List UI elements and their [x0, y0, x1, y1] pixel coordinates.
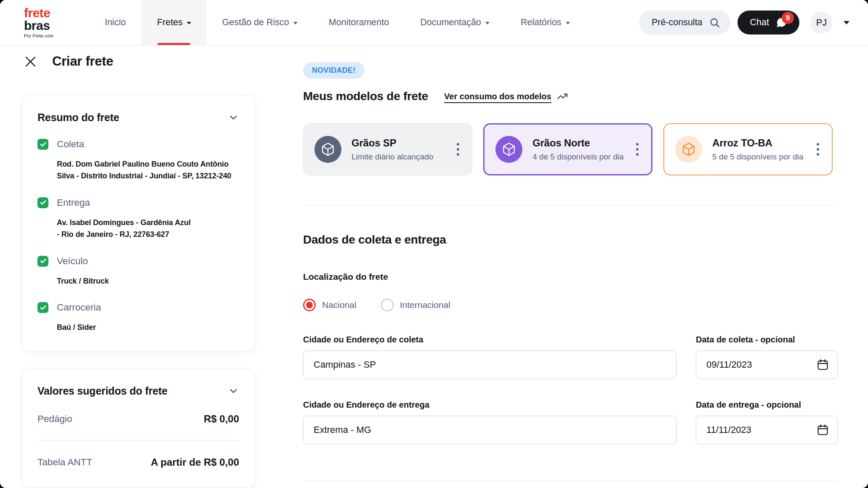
- chevron-down-icon: [293, 22, 298, 24]
- summary-item-veiculo: Veículo Truck / Bitruck: [37, 256, 239, 287]
- model-card-arroz-to-ba[interactable]: Arroz TO-BA 5 de 5 disponíveis por dia: [663, 123, 833, 175]
- calendar-icon[interactable]: [816, 358, 829, 371]
- resumo-do-frete-card: Resumo do frete Coleta Rod. Dom Gabriel …: [22, 95, 256, 352]
- model-card-graos-norte-selected[interactable]: Grãos Norte 4 de 5 disponíveis por dia: [483, 123, 652, 175]
- nav-item-documentacao[interactable]: Documentação: [405, 0, 505, 45]
- package-icon: [495, 136, 522, 163]
- coleta-city-label: Cidade ou Endereço de coleta: [303, 335, 676, 345]
- summary-item-value: Av. Isabel Domingues - Gardênia Azul - R…: [57, 217, 239, 241]
- coleta-date-label: Data de coleta - opcional: [696, 335, 838, 345]
- search-icon: [709, 17, 720, 28]
- checkbox-checked-icon[interactable]: [37, 139, 48, 150]
- app-window: frete bras Por Frete.com Inicio Fretes G…: [0, 0, 868, 488]
- nav-item-relatorios[interactable]: Relatórios: [505, 0, 586, 45]
- nav-item-inicio[interactable]: Inicio: [89, 0, 141, 45]
- checkbox-checked-icon[interactable]: [37, 302, 48, 313]
- kebab-menu-icon[interactable]: [453, 140, 463, 159]
- chevron-down-icon: [228, 112, 239, 123]
- divider: [37, 440, 239, 440]
- dados-section-title: Dados de coleta e entrega: [303, 233, 838, 247]
- user-avatar[interactable]: PJ: [810, 11, 833, 34]
- pedagio-value: R$ 0,00: [204, 413, 239, 425]
- chevron-down-icon: [228, 385, 239, 397]
- package-icon: [675, 136, 702, 163]
- kebab-menu-icon[interactable]: [813, 140, 823, 159]
- nav-item-gestao-de-risco[interactable]: Gestão de Risco: [207, 0, 313, 45]
- nav-item-monitoramento[interactable]: Monitoramento: [313, 0, 405, 45]
- summary-item-value: Truck / Bitruck: [57, 275, 239, 287]
- radio-selected-icon: [303, 299, 316, 311]
- freight-model-cards: Grãos SP Limite diário alcançado Grãos N…: [303, 123, 838, 175]
- entrega-city-label: Cidade ou Endereço de entrega: [303, 400, 676, 410]
- summary-item-label: Coleta: [57, 139, 84, 150]
- pedagio-label: Pedágio: [37, 414, 72, 424]
- model-card-graos-sp[interactable]: Grãos SP Limite diário alcançado: [303, 123, 472, 175]
- main-panel: NOVIDADE! Meus modelos de frete Ver cons…: [303, 50, 838, 488]
- radio-nacional[interactable]: Nacional: [303, 299, 357, 311]
- pre-consulta-button[interactable]: Pré-consulta: [639, 11, 730, 34]
- model-name: Grãos Norte: [533, 137, 624, 149]
- chevron-down-icon: [187, 22, 191, 24]
- localizacao-label: Localização do frete: [303, 272, 838, 282]
- topbar-actions: Pré-consulta Chat 8 PJ: [639, 0, 849, 45]
- ver-consumo-link[interactable]: Ver consumo dos modelos: [444, 91, 568, 102]
- collapse-valores-button[interactable]: [228, 385, 239, 397]
- chat-unread-badge: 8: [782, 12, 794, 24]
- summary-item-label: Carroceria: [57, 302, 101, 313]
- valores-sugeridos-card: Valores sugeridos do frete Pedágio R$ 0,…: [22, 369, 256, 488]
- model-name: Grãos SP: [351, 137, 433, 149]
- novidade-badge: NOVIDADE!: [303, 62, 365, 79]
- main-nav: Inicio Fretes Gestão de Risco Monitorame…: [89, 0, 586, 45]
- chevron-down-icon: [566, 22, 570, 24]
- divider: [303, 480, 838, 481]
- user-menu-chevron-icon[interactable]: [844, 21, 849, 24]
- entrega-city-input[interactable]: [303, 416, 676, 444]
- radio-unselected-icon: [381, 299, 394, 311]
- summary-item-value: Rod. Dom Gabriel Paulino Bueno Couto Ant…: [57, 158, 239, 182]
- top-navigation-bar: frete bras Por Frete.com Inicio Fretes G…: [0, 0, 868, 45]
- kebab-menu-icon[interactable]: [633, 140, 642, 159]
- tabela-antt-value: A partir de R$ 0,00: [151, 456, 239, 468]
- package-icon: [314, 136, 341, 163]
- model-status: Limite diário alcançado: [351, 152, 433, 162]
- summary-item-label: Veículo: [57, 256, 88, 267]
- summary-item-entrega: Entrega Av. Isabel Domingues - Gardênia …: [37, 197, 239, 241]
- freight-summary-sidebar: Criar frete Resumo do frete Coleta: [22, 50, 256, 488]
- tabela-antt-label: Tabela ANTT: [37, 457, 92, 468]
- model-status: 5 de 5 disponíveis por dia: [712, 152, 804, 162]
- page-content: Criar frete Resumo do frete Coleta: [0, 45, 868, 488]
- entrega-date-label: Data de entrega - opcional: [696, 400, 838, 410]
- logo-tagline: Por Frete.com: [24, 34, 53, 38]
- model-name: Arroz TO-BA: [712, 137, 804, 149]
- valores-card-title: Valores sugeridos do frete: [37, 385, 168, 397]
- summary-item-label: Entrega: [57, 197, 90, 208]
- models-section-title: Meus modelos de frete: [303, 90, 428, 103]
- radio-internacional[interactable]: Internacional: [381, 299, 450, 311]
- summary-item-coleta: Coleta Rod. Dom Gabriel Paulino Bueno Co…: [37, 139, 239, 182]
- logo-line2: bras: [24, 19, 53, 32]
- brand-logo[interactable]: frete bras Por Frete.com: [24, 0, 53, 45]
- chevron-down-icon: [485, 22, 490, 24]
- tabela-antt-row: Tabela ANTT A partir de R$ 0,00: [37, 456, 239, 468]
- nav-item-fretes[interactable]: Fretes: [141, 0, 207, 45]
- checkbox-checked-icon[interactable]: [37, 256, 48, 267]
- close-icon[interactable]: [24, 55, 37, 68]
- pedagio-row: Pedágio R$ 0,00: [37, 413, 239, 425]
- resumo-card-title: Resumo do frete: [37, 111, 119, 124]
- summary-item-carroceria: Carroceria Baú / Sider: [37, 302, 239, 333]
- divider: [303, 205, 838, 205]
- summary-item-value: Baú / Sider: [57, 321, 239, 333]
- trending-up-icon: [557, 91, 568, 102]
- checkbox-checked-icon[interactable]: [37, 197, 48, 208]
- location-radio-group: Nacional Internacional: [303, 299, 838, 311]
- logo-line1: frete: [24, 7, 53, 19]
- model-status: 4 de 5 disponíveis por dia: [533, 152, 624, 162]
- chat-button[interactable]: Chat 8: [738, 11, 799, 34]
- page-title: Criar frete: [52, 54, 113, 69]
- calendar-icon[interactable]: [816, 424, 829, 437]
- collapse-resumo-button[interactable]: [228, 112, 239, 123]
- coleta-city-input[interactable]: [303, 350, 676, 379]
